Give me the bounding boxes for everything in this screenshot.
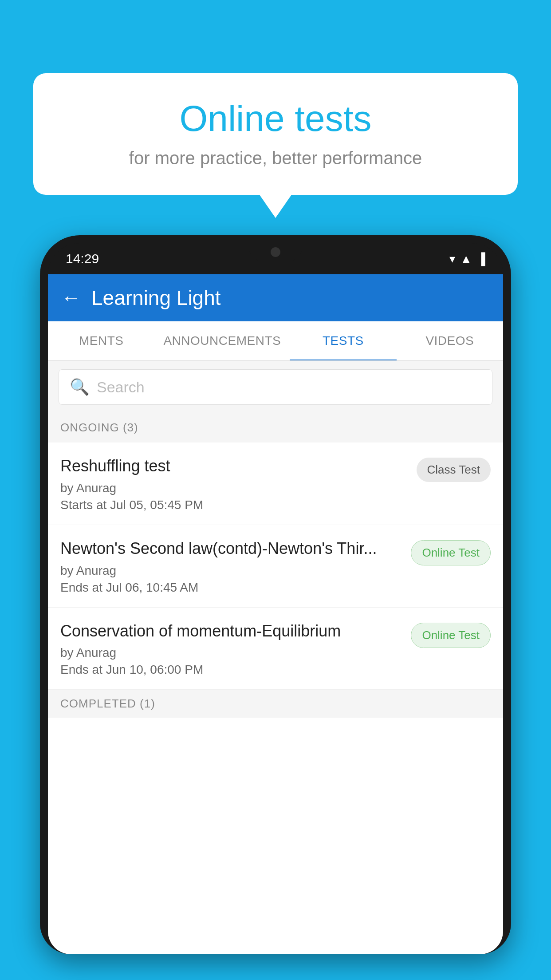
tab-ments[interactable]: MENTS (48, 321, 154, 360)
test-list: Reshuffling test by Anurag Starts at Jul… (48, 443, 503, 690)
signal-icon: ▲ (460, 252, 472, 266)
test-date: Starts at Jul 05, 05:45 PM (60, 498, 408, 512)
tab-announcements[interactable]: ANNOUNCEMENTS (154, 321, 290, 360)
search-container: 🔍 Search (48, 361, 503, 413)
test-badge: Online Test (411, 623, 491, 648)
search-icon: 🔍 (70, 378, 90, 396)
ongoing-section-header: ONGOING (3) (48, 413, 503, 443)
phone-screen: ← Learning Light MENTS ANNOUNCEMENTS TES… (48, 274, 503, 954)
test-info: Newton's Second law(contd)-Newton's Thir… (60, 538, 402, 595)
phone-frame: 14:29 ▾ ▲ ▐ ← Learning Light MENTS (40, 235, 511, 954)
test-info: Reshuffling test by Anurag Starts at Jul… (60, 456, 408, 512)
test-item[interactable]: Conservation of momentum-Equilibrium by … (48, 608, 503, 690)
test-author: by Anurag (60, 481, 408, 495)
test-author: by Anurag (60, 564, 402, 578)
test-badge: Online Test (411, 540, 491, 565)
bubble-subtitle: for more practice, better performance (60, 148, 491, 168)
test-info: Conservation of momentum-Equilibrium by … (60, 621, 402, 677)
completed-section-header: COMPLETED (1) (48, 690, 503, 718)
test-name: Newton's Second law(contd)-Newton's Thir… (60, 538, 402, 559)
back-button[interactable]: ← (61, 287, 81, 309)
tabs-container: MENTS ANNOUNCEMENTS TESTS VIDEOS (48, 321, 503, 361)
test-item[interactable]: Newton's Second law(contd)-Newton's Thir… (48, 525, 503, 608)
bubble-title: Online tests (60, 98, 491, 139)
speech-bubble: Online tests for more practice, better p… (33, 73, 518, 195)
app-header: ← Learning Light (48, 274, 503, 321)
search-placeholder: Search (97, 379, 145, 396)
test-name: Conservation of momentum-Equilibrium (60, 621, 402, 642)
tab-videos[interactable]: VIDEOS (397, 321, 503, 360)
ongoing-label: ONGOING (3) (60, 421, 138, 434)
search-bar[interactable]: 🔍 Search (59, 369, 492, 405)
status-time: 14:29 (66, 251, 99, 266)
phone-container: 14:29 ▾ ▲ ▐ ← Learning Light MENTS (40, 235, 511, 980)
app-title: Learning Light (91, 286, 221, 310)
status-bar: 14:29 ▾ ▲ ▐ (48, 243, 503, 274)
test-author: by Anurag (60, 646, 402, 660)
test-badge: Class Test (417, 458, 491, 482)
test-item[interactable]: Reshuffling test by Anurag Starts at Jul… (48, 443, 503, 525)
completed-label: COMPLETED (1) (60, 697, 155, 710)
speech-bubble-container: Online tests for more practice, better p… (33, 73, 518, 195)
phone-notch (249, 243, 302, 261)
test-date: Ends at Jul 06, 10:45 AM (60, 581, 402, 595)
status-icons: ▾ ▲ ▐ (449, 252, 485, 266)
test-name: Reshuffling test (60, 456, 408, 477)
tab-tests[interactable]: TESTS (290, 321, 396, 360)
wifi-icon: ▾ (449, 252, 455, 266)
battery-icon: ▐ (477, 252, 485, 266)
test-date: Ends at Jun 10, 06:00 PM (60, 663, 402, 677)
camera-dot (271, 247, 280, 257)
